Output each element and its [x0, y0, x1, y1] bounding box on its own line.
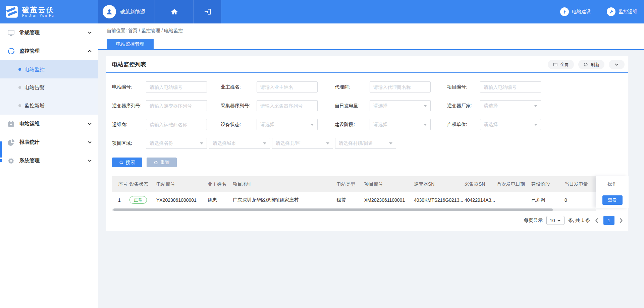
- breadcrumb: 当前位置: 首页 / 监控管理 / 电站监控: [98, 23, 644, 34]
- search-button-label: 搜索: [126, 160, 135, 166]
- station-no-input[interactable]: [146, 81, 207, 93]
- region-select-group: 请选择省份 请选择城市 请选择县/区: [146, 138, 396, 149]
- cell-station-no: YX2023061000001: [156, 197, 208, 203]
- filter-actions: 搜索 重置: [112, 158, 628, 167]
- sidebar-item-general-mgmt[interactable]: 常规管理: [0, 23, 98, 42]
- field-agent: 代理商:: [335, 81, 431, 93]
- topbar: 破茧云伏 Po Jian Yun Fu 破茧新能源: [0, 0, 644, 23]
- province-select[interactable]: 请选择省份: [146, 138, 207, 149]
- wrench-icon: [607, 7, 615, 16]
- field-daily-energy: 当日发电量: 请选择: [335, 100, 431, 111]
- inverter-sn-input[interactable]: [146, 100, 207, 111]
- refresh-label: 刷新: [591, 62, 599, 68]
- field-inverter-vendor: 逆变器厂家: 请选择: [447, 100, 541, 111]
- col-header-action: 操作: [596, 176, 629, 192]
- per-page-select[interactable]: 10: [546, 216, 565, 225]
- nav-station-build[interactable]: 电站建设: [560, 0, 591, 23]
- field-label: 代理商:: [335, 84, 370, 90]
- sidebar-subitem-label: 电站监控: [24, 66, 45, 73]
- filter-form: 电站编号: 业主姓名: 代理商: 项目编号:: [106, 73, 628, 149]
- sidebar-item-station-ops[interactable]: 电站运维: [0, 115, 98, 133]
- inverter-vendor-select[interactable]: 请选择: [480, 100, 541, 111]
- home-button[interactable]: [155, 0, 194, 23]
- search-button[interactable]: 搜索: [112, 158, 142, 167]
- field-station-no: 电站编号:: [112, 81, 207, 93]
- action-column: 操作 查看: [596, 176, 629, 208]
- field-ops-vendor: 运维商:: [112, 119, 207, 130]
- nav-monitor-ops-label: 监控运维: [619, 9, 637, 15]
- sidebar-item-station-alarm[interactable]: 电站告警: [0, 78, 98, 97]
- chevron-down-icon: [614, 63, 619, 66]
- chevron-up-icon: [88, 50, 92, 53]
- sidebar-subitem-label: 电站告警: [24, 84, 45, 91]
- cell-collector-sn: 40422914A3...: [465, 197, 497, 203]
- field-label: 建设阶段:: [335, 122, 370, 128]
- sidebar-scrollbar-thumb[interactable]: [0, 141, 2, 158]
- owner-name-input[interactable]: [257, 81, 318, 93]
- prev-page-button[interactable]: [594, 218, 600, 223]
- view-button[interactable]: 查看: [602, 195, 623, 205]
- field-label: 电站编号:: [112, 84, 146, 90]
- project-no-input[interactable]: [480, 81, 541, 93]
- county-select[interactable]: 请选择县/区: [272, 138, 333, 149]
- daily-energy-select[interactable]: 请选择: [370, 100, 431, 111]
- chevron-down-icon: [88, 122, 92, 125]
- field-label: 采集器序列号:: [221, 103, 257, 109]
- select-placeholder: 请选择: [373, 103, 387, 109]
- col-header-station-no: 电站编号: [156, 181, 208, 187]
- town-select[interactable]: 请选择村镇/街道: [335, 138, 396, 149]
- col-header-address: 项目地址: [233, 181, 336, 187]
- logout-button[interactable]: [194, 0, 221, 23]
- nav-station-build-label: 电站建设: [572, 9, 591, 15]
- field-label: 业主姓名:: [221, 84, 257, 90]
- col-header-collector-sn: 采集器SN: [465, 181, 497, 187]
- fullscreen-button[interactable]: 全屏: [548, 60, 574, 69]
- sidebar-item-monitor-add[interactable]: 监控新增: [0, 97, 98, 115]
- col-header-owner: 业主姓名: [208, 181, 233, 187]
- sidebar-item-monitor-mgmt[interactable]: 监控管理: [0, 42, 98, 60]
- sidebar-item-station-monitor[interactable]: 电站监控: [0, 60, 98, 78]
- field-owner-name: 业主姓名:: [221, 81, 318, 93]
- caret-down-icon: [263, 142, 266, 144]
- caret-down-icon: [534, 124, 537, 126]
- brand-logo-icon: [5, 5, 19, 19]
- bullet-dot-icon: [18, 86, 21, 89]
- field-label: 项目区域:: [112, 140, 146, 146]
- page-number-button[interactable]: 1: [603, 216, 614, 225]
- breadcrumb-strip: 当前位置: 首页 / 监控管理 / 电站监控 电站监控管理: [98, 23, 644, 50]
- tab-station-monitor-mgmt[interactable]: 电站监控管理: [107, 39, 154, 49]
- cell-address: 广东深圳龙华区观澜镇姚家庄村: [233, 197, 336, 203]
- city-select[interactable]: 请选择城市: [209, 138, 270, 149]
- refresh-icon: [583, 62, 588, 67]
- agent-input[interactable]: [370, 81, 431, 93]
- search-icon: [119, 160, 124, 165]
- refresh-button[interactable]: 刷新: [578, 60, 604, 69]
- field-project-no: 项目编号:: [447, 81, 541, 93]
- property-unit-select[interactable]: 请选择: [480, 119, 541, 130]
- horizontal-scrollbar: [112, 208, 596, 211]
- user-icon: [105, 8, 113, 16]
- cell-station-type: 租赁: [336, 197, 364, 203]
- sidebar-scrollbar-thumb[interactable]: [0, 159, 2, 162]
- nav-monitor-ops[interactable]: 监控运维: [607, 0, 637, 23]
- next-page-button[interactable]: [618, 218, 624, 223]
- table-row: 1 正常 YX2023061000001 姚忠 广东深圳龙华区观澜镇姚家庄村 租…: [112, 192, 596, 208]
- field-inverter-sn: 逆变器序列号:: [112, 100, 207, 111]
- device-status-select[interactable]: 请选择: [257, 119, 318, 130]
- pagination: 每页显示 10 条, 共 1 条 1: [106, 216, 624, 225]
- sidebar-item-system-mgmt[interactable]: 系统管理: [0, 151, 98, 170]
- user-name: 破茧新能源: [120, 9, 145, 15]
- ops-vendor-input[interactable]: [146, 119, 207, 130]
- collapse-button[interactable]: [609, 60, 625, 69]
- horizontal-scrollbar-thumb[interactable]: [113, 208, 553, 211]
- content: 电站监控列表 全屏 刷: [98, 50, 644, 308]
- collector-sn-input[interactable]: [257, 100, 318, 111]
- filter-row-2: 逆变器序列号: 采集器序列号: 当日发电量: 请选择: [112, 100, 628, 111]
- sidebar-item-report-stats[interactable]: 报表统计: [0, 133, 98, 151]
- sidebar-item-label: 监控管理: [19, 48, 88, 54]
- build-stage-select[interactable]: 请选择: [370, 119, 431, 130]
- reset-button[interactable]: 重置: [147, 158, 177, 167]
- select-placeholder: 请选择县/区: [276, 140, 301, 146]
- user-block[interactable]: 破茧新能源: [98, 0, 155, 23]
- brand-subtitle: Po Jian Yun Fu: [22, 14, 54, 17]
